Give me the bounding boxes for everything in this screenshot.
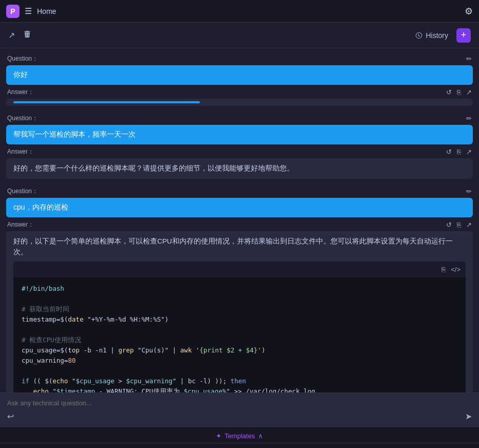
toolbar: ↗ History +	[0, 23, 479, 48]
refresh-answer-1-icon[interactable]: ↺	[446, 88, 452, 96]
edit-question-3-icon[interactable]: ✏	[466, 188, 472, 195]
delete-icon[interactable]	[23, 30, 31, 41]
question-label-2: Question：	[7, 114, 38, 123]
chat-area: Question： ✏ 你好 Answer： ↺ ⎘ ↗ Question： ✏…	[0, 48, 479, 393]
answer-label-2: Answer：	[7, 147, 34, 156]
copy-answer-3-icon[interactable]: ⎘	[457, 221, 461, 229]
refresh-answer-2-icon[interactable]: ↺	[446, 148, 452, 156]
templates-toggle[interactable]: ✦ Templates ∧	[0, 430, 479, 443]
chat-input[interactable]	[7, 399, 472, 407]
add-button[interactable]: +	[456, 28, 471, 43]
question-label-3: Question：	[7, 187, 38, 196]
answer-label-1: Answer：	[7, 88, 34, 97]
templates-actions: ⊙ Explain Code ⊡ Generate Comment P CSDN…	[0, 443, 479, 448]
refresh-answer-3-icon[interactable]: ↺	[446, 221, 452, 229]
qa-block-1: Question： ✏ 你好 Answer： ↺ ⎘ ↗	[6, 52, 473, 108]
templates-label: Templates	[225, 432, 255, 440]
answer-label-3: Answer：	[7, 220, 34, 229]
copy-answer-1-icon[interactable]: ⎘	[457, 88, 461, 96]
question-bubble-1: 你好	[6, 65, 473, 85]
undo-icon[interactable]: ↩	[7, 412, 14, 421]
qa-block-3: Question： ✏ cpu，内存的巡检 Answer： ↺ ⎘ ↗ 好的，以…	[6, 185, 473, 393]
expand-code-icon[interactable]: </>	[451, 265, 460, 275]
templates-bar: ✦ Templates ∧ ⊙ Explain Code ⊡ Generate …	[0, 426, 479, 448]
share-answer-1-icon[interactable]: ↗	[466, 88, 472, 96]
copy-answer-2-icon[interactable]: ⎘	[457, 148, 461, 156]
code-toolbar-3: ⎘ </>	[13, 262, 466, 278]
answer-bubble-3: 好的，以下是一个简单的巡检脚本，可以检查CPU和内存的使用情况，并将结果输出到日…	[6, 231, 473, 393]
history-label: History	[426, 31, 448, 40]
send-button[interactable]: ➤	[465, 412, 472, 421]
edit-question-2-icon[interactable]: ✏	[466, 115, 472, 122]
edit-question-1-icon[interactable]: ✏	[466, 55, 472, 63]
share-answer-3-icon[interactable]: ↗	[466, 221, 472, 229]
settings-icon[interactable]: ⚙	[465, 6, 473, 17]
question-label-1: Question：	[7, 54, 38, 63]
copy-code-icon[interactable]: ⎘	[441, 265, 446, 275]
code-block-3: ⎘ </> #!/bin/bash # 获取当前时间 timestamp=$(d…	[13, 262, 466, 393]
templates-chevron-icon: ∧	[258, 432, 263, 440]
answer-loading-1	[6, 99, 473, 106]
history-button[interactable]: History	[415, 31, 448, 40]
answer-bubble-2: 好的，您需要一个什么样的巡检脚本呢？请提供更多的细节，以便我能够更好地帮助您。	[6, 158, 473, 179]
page-title: Home	[37, 7, 56, 15]
app-logo: P	[6, 5, 20, 18]
code-content-3: #!/bin/bash # 获取当前时间 timestamp=$(date "+…	[13, 277, 466, 393]
templates-star-icon: ✦	[216, 432, 222, 440]
share-icon[interactable]: ↗	[8, 30, 15, 40]
question-bubble-2: 帮我写一个巡检的脚本，频率一天一次	[6, 125, 473, 144]
share-answer-2-icon[interactable]: ↗	[466, 148, 472, 156]
input-area: ↩ ➤	[0, 393, 479, 426]
question-bubble-3: cpu，内存的巡检	[6, 198, 473, 217]
menu-icon[interactable]: ☰	[25, 6, 32, 16]
qa-block-2: Question： ✏ 帮我写一个巡检的脚本，频率一天一次 Answer： ↺ …	[6, 112, 473, 181]
header: P ☰ Home ⚙	[0, 0, 479, 23]
